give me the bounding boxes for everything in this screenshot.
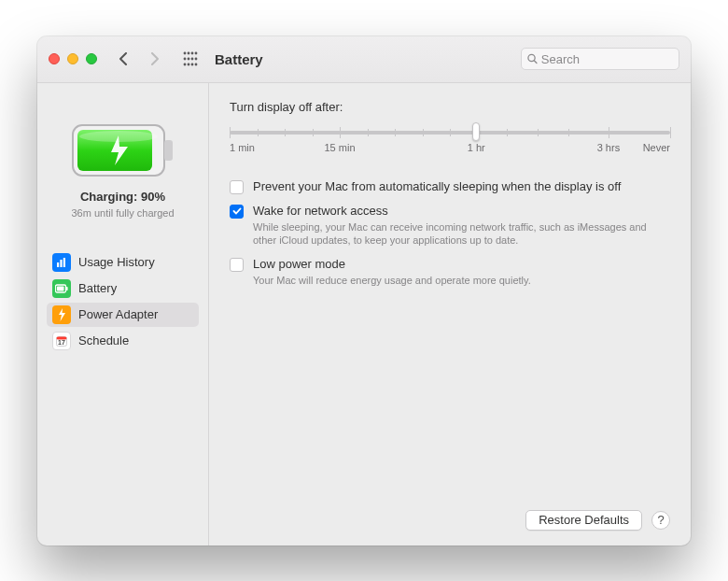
svg-point-1 <box>188 52 190 55</box>
svg-point-5 <box>188 58 190 61</box>
svg-rect-20 <box>63 258 65 267</box>
option-description: While sleeping, your Mac can receive inc… <box>253 220 654 248</box>
svg-rect-23 <box>57 286 64 290</box>
svg-text:17: 17 <box>58 339 65 346</box>
display-off-slider[interactable]: 1 min 15 min 1 hr 3 hrs Never <box>230 121 670 159</box>
search-icon <box>527 53 538 64</box>
svg-line-13 <box>534 61 537 64</box>
checkbox-prevent-sleep[interactable] <box>230 180 244 194</box>
content-pane: Turn display off after: 1 min <box>209 83 691 546</box>
tick-1hr: 1 hr <box>468 142 485 153</box>
titlebar: Battery <box>37 36 691 83</box>
back-button[interactable] <box>112 52 134 65</box>
minimize-window-button[interactable] <box>67 53 78 64</box>
checkbox-wake-network[interactable] <box>230 205 244 219</box>
svg-point-2 <box>191 52 194 55</box>
option-low-power: Low power mode Your Mac will reduce ener… <box>230 257 670 288</box>
checkbox-low-power[interactable] <box>230 258 244 272</box>
sidebar-item-label: Power Adapter <box>78 307 158 321</box>
search-field[interactable] <box>521 48 679 70</box>
tick-15min: 15 min <box>324 142 355 153</box>
charge-status: Charging: 90% <box>80 190 165 204</box>
svg-rect-15 <box>164 140 173 161</box>
svg-point-3 <box>195 52 198 55</box>
traffic-lights <box>49 53 97 64</box>
restore-defaults-button[interactable]: Restore Defaults <box>525 510 642 531</box>
tick-3hrs: 3 hrs <box>597 142 620 153</box>
option-wake-network: Wake for network access While sleeping, … <box>230 204 670 248</box>
window-title: Battery <box>215 51 263 67</box>
forward-button[interactable] <box>144 52 166 65</box>
sidebar-item-schedule[interactable]: 17 Schedule <box>47 329 199 353</box>
tick-1min: 1 min <box>230 142 255 153</box>
tick-never: Never <box>643 142 670 153</box>
svg-point-0 <box>184 52 187 55</box>
slider-label: Turn display off after: <box>230 100 670 114</box>
sidebar-item-usage-history[interactable]: Usage History <box>47 250 199 275</box>
svg-rect-19 <box>60 260 62 267</box>
sidebar-nav: Usage History Battery Power Adapter <box>47 250 199 353</box>
close-window-button[interactable] <box>49 53 60 64</box>
show-all-button[interactable] <box>179 51 202 66</box>
sidebar-item-power-adapter[interactable]: Power Adapter <box>47 303 199 327</box>
option-label: Wake for network access <box>253 204 670 218</box>
svg-point-17 <box>79 131 158 142</box>
svg-point-11 <box>195 64 198 66</box>
battery-nav-icon <box>52 279 71 298</box>
preferences-window: Battery <box>37 36 691 546</box>
sidebar: Charging: 90% 36m until fully charged Us… <box>37 83 209 546</box>
option-label: Low power mode <box>253 257 670 271</box>
svg-point-6 <box>191 58 194 61</box>
charge-substatus: 36m until fully charged <box>71 207 174 219</box>
sidebar-item-label: Usage History <box>78 255 155 269</box>
sidebar-item-label: Battery <box>78 281 117 295</box>
svg-rect-22 <box>66 287 68 290</box>
svg-point-8 <box>184 64 187 66</box>
sidebar-item-label: Schedule <box>78 333 129 347</box>
usage-history-icon <box>52 253 71 272</box>
svg-point-9 <box>188 64 190 66</box>
help-button[interactable]: ? <box>651 511 670 530</box>
slider-thumb[interactable] <box>472 122 480 141</box>
svg-point-4 <box>184 58 187 61</box>
search-input[interactable] <box>541 52 673 66</box>
power-adapter-icon <box>52 305 71 324</box>
svg-point-7 <box>195 58 198 61</box>
svg-rect-18 <box>57 262 59 267</box>
option-description: Your Mac will reduce energy usage and op… <box>253 274 654 288</box>
sidebar-item-battery[interactable]: Battery <box>47 276 199 301</box>
window-body: Charging: 90% 36m until fully charged Us… <box>37 83 691 546</box>
battery-icon <box>72 124 175 177</box>
option-prevent-sleep: Prevent your Mac from automatically slee… <box>230 179 670 194</box>
svg-point-10 <box>191 64 194 66</box>
content-footer: Restore Defaults ? <box>230 510 670 531</box>
schedule-icon: 17 <box>52 332 71 350</box>
zoom-window-button[interactable] <box>86 53 97 64</box>
option-label: Prevent your Mac from automatically slee… <box>253 179 670 193</box>
